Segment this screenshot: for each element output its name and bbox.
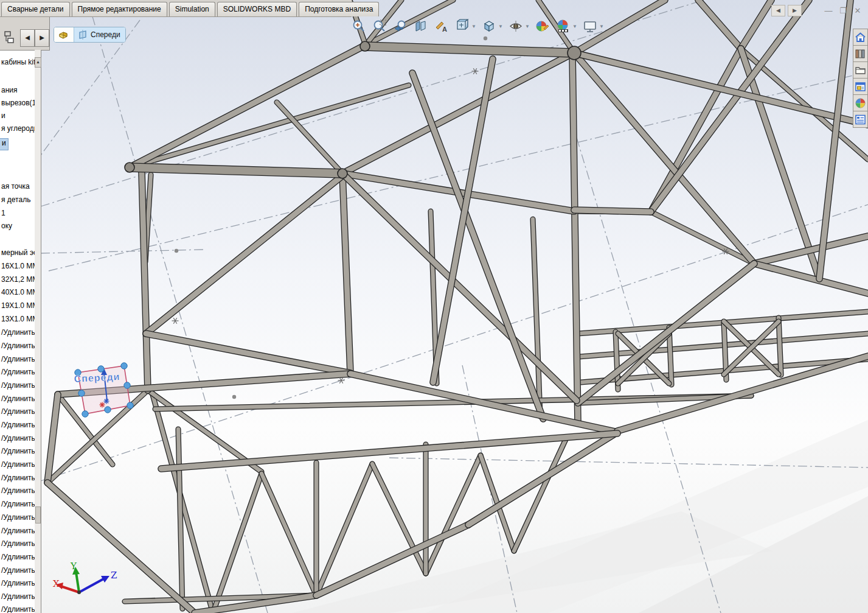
svg-text:A: A [442, 26, 447, 33]
plane-breadcrumb-segment[interactable]: Спереди [74, 27, 125, 42]
home-icon[interactable] [853, 29, 868, 46]
tree-item[interactable]: оку [1, 222, 12, 233]
tree-item[interactable]: /Удлинить2 [1, 513, 39, 524]
plane-drag-handle[interactable] [82, 411, 88, 417]
tree-item[interactable]: /Удлинить2 [1, 474, 39, 485]
view-orientation-dropdown-caret[interactable]: ▼ [471, 18, 477, 35]
tree-item[interactable]: /Удлинить2 [1, 553, 39, 564]
plane-drag-handle[interactable] [78, 390, 85, 396]
section-view-icon[interactable] [412, 18, 429, 35]
tree-item[interactable]: /Удлинить2 [1, 579, 39, 590]
tree-item[interactable]: /Удлинить1 [1, 421, 39, 432]
zoom-area-icon[interactable] [371, 18, 388, 35]
tree-item[interactable]: ая точка [1, 182, 30, 193]
reference-point[interactable] [484, 37, 487, 40]
feature-tree-icon [4, 31, 15, 44]
tube-member [262, 474, 316, 595]
tube-member [779, 318, 781, 375]
apply-scene-dropdown-caret[interactable]: ▼ [572, 18, 578, 35]
tree-item[interactable]: /Удлинить4 [1, 368, 39, 379]
view-settings-icon[interactable] [582, 18, 599, 35]
design-library-icon[interactable] [853, 45, 868, 62]
command-manager-tabs: Сварные деталиПрямое редактированиеSimul… [0, 0, 352, 17]
tree-item[interactable]: /Удлинить1 [1, 328, 39, 339]
reference-point[interactable] [232, 395, 236, 399]
viewport-3d[interactable]: СпередиYZX [0, 0, 868, 613]
tree-item[interactable]: я деталь [1, 195, 30, 206]
tree-item[interactable]: /Удлинить8 [1, 394, 39, 405]
hide-show-items-dropdown-caret[interactable]: ▼ [524, 18, 530, 35]
tube-member [213, 474, 262, 613]
tree-item[interactable]: /Удлинить3 [1, 592, 39, 603]
tab-3[interactable]: Simulation [169, 2, 215, 16]
tree-item[interactable]: /Удлинить1 [1, 447, 39, 458]
hide-show-items-icon[interactable] [507, 18, 524, 35]
scrollbar-thumb[interactable] [35, 506, 41, 524]
tree-item[interactable]: и [0, 138, 9, 150]
origin-asterisk[interactable] [472, 68, 479, 74]
tab-1[interactable]: Сварные детали [1, 2, 70, 16]
part-icon[interactable] [54, 27, 74, 42]
restore-button[interactable]: ❐ [836, 4, 850, 16]
tree-item[interactable]: 1 [1, 209, 5, 220]
tab-4[interactable]: SOLIDWORKS MBD [217, 2, 297, 16]
plane-drag-handle[interactable] [105, 407, 111, 413]
feature-panel-header: ◀ ▶ [0, 16, 50, 51]
view-settings-dropdown-caret[interactable]: ▼ [599, 18, 605, 35]
tree-item[interactable]: /Удлинить9 [1, 407, 39, 418]
display-style-dropdown-caret[interactable]: ▼ [498, 18, 504, 35]
plane-drag-handle[interactable] [98, 366, 104, 372]
tube-member [574, 53, 754, 264]
tree-item[interactable]: и [1, 111, 5, 122]
tree-item[interactable]: /Удлинить5 [1, 381, 39, 392]
plane-drag-handle[interactable] [121, 363, 127, 369]
display-style-icon[interactable] [481, 18, 498, 35]
origin-asterisk[interactable] [338, 377, 345, 384]
tab-2[interactable]: Прямое редактирование [72, 2, 167, 16]
reference-point[interactable] [175, 249, 178, 253]
tab-5[interactable]: Подготовка анализа [299, 2, 379, 16]
plane-icon [78, 29, 88, 40]
view-orientation-icon[interactable] [454, 18, 471, 35]
tree-item[interactable]: /Удлинить2 [1, 566, 39, 577]
tree-item[interactable]: /Удлинить2 [1, 342, 39, 352]
tree-item[interactable]: /Удлинить2 [1, 527, 39, 538]
tube-member [178, 429, 182, 609]
apply-scene-icon[interactable] [555, 18, 572, 35]
tube-member [146, 177, 341, 334]
minimize-button[interactable]: — [821, 4, 836, 16]
file-explorer-icon[interactable] [853, 61, 868, 79]
collapse-pane-right-button[interactable]: ▶ [788, 5, 802, 16]
tree-item[interactable]: /Удлинить3 [1, 355, 39, 366]
selection-breadcrumb[interactable]: Спереди [54, 27, 126, 43]
panel-prev-button[interactable]: ◀ [20, 29, 35, 47]
tree-item[interactable]: /Удлинить2 [1, 500, 39, 511]
view-palette-icon[interactable] [853, 78, 868, 95]
previous-view-icon[interactable] [392, 18, 409, 35]
plane-drag-handle[interactable] [124, 382, 130, 388]
tree-item[interactable]: /Удлинить1 [1, 434, 39, 445]
edit-appearance-icon[interactable] [534, 18, 551, 35]
tree-item[interactable]: /Удлинить2 [1, 539, 39, 550]
close-button[interactable]: ✕ [850, 4, 865, 16]
tube-member [426, 455, 481, 573]
tube-end-cap [360, 41, 370, 51]
annotations-visibility-icon[interactable]: A [433, 18, 450, 35]
tree-item[interactable]: /Удлинить3 [1, 605, 39, 613]
panel-next-button[interactable]: ▶ [35, 29, 49, 47]
tree-item[interactable]: /Удлинить1 [1, 460, 39, 471]
tree-item[interactable]: /Удлинить2 [1, 486, 39, 497]
collapse-pane-left-button[interactable]: ◀ [771, 5, 785, 16]
zoom-to-fit-icon[interactable] [350, 18, 367, 35]
scroll-up-arrow[interactable]: ▲ [35, 57, 41, 68]
tree-item[interactable]: ания [1, 86, 18, 97]
task-pane [853, 29, 868, 128]
origin-asterisk[interactable] [172, 318, 179, 324]
custom-properties-icon[interactable] [853, 111, 868, 128]
tube-member [47, 394, 58, 483]
tube-member [698, 0, 741, 49]
appearances-scenes-icon[interactable] [853, 94, 868, 111]
feature-tree-scrollbar[interactable]: ▲ [35, 50, 41, 613]
plane-drag-handle[interactable] [127, 402, 133, 408]
tube-member [146, 334, 350, 373]
